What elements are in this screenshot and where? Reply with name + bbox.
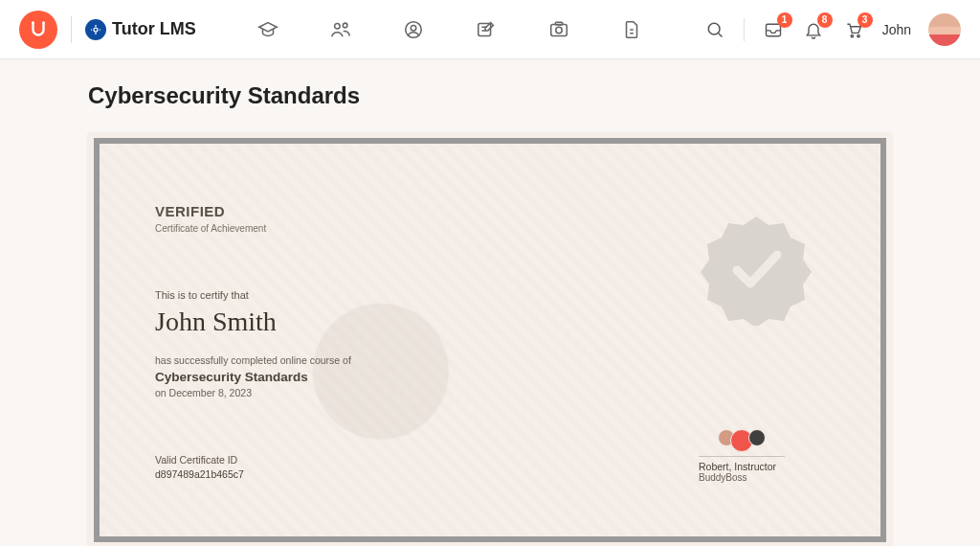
certificate-date: on December 8, 2023	[155, 387, 825, 398]
top-header: Tutor LMS 1 8	[0, 0, 980, 59]
svg-rect-8	[550, 24, 567, 35]
people-icon[interactable]	[327, 16, 354, 43]
svg-point-6	[411, 25, 416, 31]
user-display-name[interactable]: John	[882, 22, 911, 37]
svg-point-9	[555, 27, 561, 33]
bell-badge: 8	[817, 12, 833, 28]
logo-area: Tutor LMS	[19, 11, 196, 49]
svg-point-14	[857, 34, 858, 36]
certificate-frame: VERIFIED Certificate of Achievement This…	[94, 138, 886, 542]
svg-point-3	[334, 23, 340, 28]
inbox-badge: 1	[777, 12, 792, 28]
header-right: 1 8 3 John	[703, 13, 961, 46]
page-title: Cybersecurity Standards	[88, 82, 892, 109]
certificate-body: VERIFIED Certificate of Achievement This…	[100, 144, 880, 536]
instructor-avatar-group-icon	[699, 429, 785, 452]
brand[interactable]: Tutor LMS	[85, 19, 196, 40]
document-icon[interactable]	[618, 16, 645, 43]
instructor-block: Robert, Instructor BuddyBoss	[699, 429, 785, 483]
main-content: Cybersecurity Standards VERIFIED Certifi…	[88, 59, 892, 546]
completed-line: has successfully completed online course…	[155, 354, 825, 366]
svg-point-1	[42, 21, 45, 24]
note-edit-icon[interactable]	[473, 16, 500, 43]
instructor-name: Robert, Instructor	[699, 461, 785, 472]
bell-icon[interactable]: 8	[802, 18, 825, 41]
instructor-divider	[699, 456, 785, 457]
svg-point-0	[32, 21, 34, 24]
site-logo-icon[interactable]	[19, 11, 57, 49]
svg-point-2	[94, 28, 98, 32]
svg-point-13	[851, 34, 853, 36]
logo-divider	[71, 16, 72, 43]
certificate-course-name: Cybersecurity Standards	[155, 370, 825, 384]
graduation-cap-icon[interactable]	[255, 16, 281, 43]
svg-point-4	[343, 23, 347, 28]
svg-rect-10	[555, 22, 562, 25]
verified-seal-icon	[699, 211, 813, 326]
avatar[interactable]	[928, 13, 961, 46]
instructor-org: BuddyBoss	[699, 472, 785, 483]
main-nav	[254, 16, 646, 43]
cart-icon[interactable]: 3	[842, 18, 865, 41]
cart-badge: 3	[858, 12, 873, 28]
certificate-container: VERIFIED Certificate of Achievement This…	[88, 132, 892, 546]
svg-point-11	[708, 23, 720, 34]
camera-icon[interactable]	[546, 16, 572, 43]
search-icon[interactable]	[703, 18, 726, 41]
inbox-icon[interactable]: 1	[762, 18, 785, 41]
brand-text: Tutor LMS	[112, 19, 196, 39]
brand-badge-icon	[85, 19, 106, 40]
user-circle-icon[interactable]	[400, 16, 427, 43]
header-divider	[744, 18, 745, 41]
